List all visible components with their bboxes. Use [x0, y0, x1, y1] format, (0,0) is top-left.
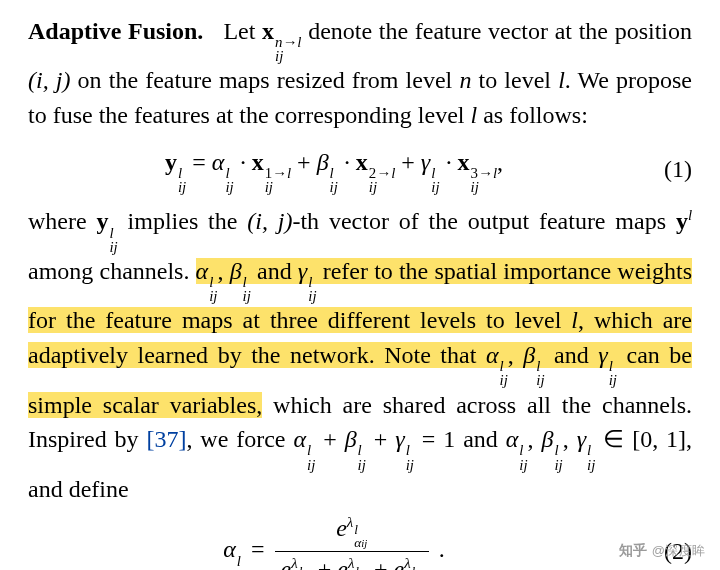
sym-ij: (i, j) [28, 67, 70, 93]
equation-2: αlij = eλlαij eλlαij + eλlβij + eλlγij .… [28, 513, 692, 570]
text: to level [471, 67, 558, 93]
text: , we force [186, 426, 293, 452]
paragraph-intro: Adaptive Fusion. Let xn→lij denote the f… [28, 14, 692, 133]
equation-1: ylij = αlij · x1→lij + βlij · x2→lij + γ… [28, 145, 692, 194]
sym-n: n [459, 67, 471, 93]
text: as follows: [477, 102, 588, 128]
paragraph-body: where ylij implies the (i, j)-th vector … [28, 204, 692, 506]
paper-excerpt: Adaptive Fusion. Let xn→lij denote the f… [0, 0, 720, 570]
sym-y-lij: ylij [96, 208, 117, 234]
equation-1-number: (1) [640, 152, 692, 187]
text: -th vector of the output feature maps [292, 208, 675, 234]
sym-x-nl: xn→lij [262, 18, 301, 44]
text: where [28, 208, 96, 234]
text: implies the [118, 208, 248, 234]
sym-l: l [558, 67, 565, 93]
text: and [455, 426, 505, 452]
sym-ij2: (i, j) [247, 208, 292, 234]
equation-2-number: (2) [640, 534, 692, 569]
equation-2-body: αlij = eλlαij eλlαij + eλlβij + eλlγij . [28, 513, 640, 570]
text: on the feature maps resized from level [70, 67, 459, 93]
text: denote the feature vector at the positio… [301, 18, 692, 44]
text: Let [223, 18, 262, 44]
text: among channels. [28, 258, 196, 284]
section-title: Adaptive Fusion. [28, 18, 203, 44]
sym-y-l: yl [676, 208, 692, 234]
text: = 1 [414, 426, 455, 452]
citation-37[interactable]: [37] [146, 426, 186, 452]
text: ∈ [0, 1] [595, 426, 686, 452]
equation-1-body: ylij = αlij · x1→lij + βlij · x2→lij + γ… [28, 145, 640, 194]
